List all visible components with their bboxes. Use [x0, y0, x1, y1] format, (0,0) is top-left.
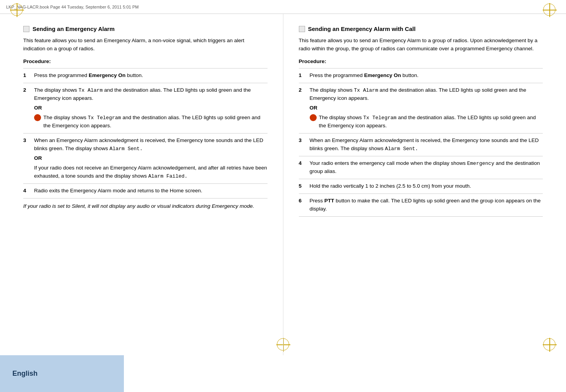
left-step-4: 4 Radio exits the Emergency Alarm mode a… — [23, 184, 268, 199]
right-step-4-code1: Emergency — [467, 161, 494, 166]
right-step-2-code2: Tx Telegram — [363, 115, 396, 121]
right-step-number-5: 5 — [299, 182, 306, 190]
right-step-2-substep: The display shows Tx Telegram and the de… — [310, 114, 543, 130]
right-step-4-content: Your radio enters the emergency call mod… — [310, 159, 543, 176]
right-step-3-code1: Alarm Sent. — [385, 146, 418, 152]
step-4-content: Radio exits the Emergency Alarm mode and… — [34, 187, 268, 195]
right-column: Sending an Emergency Alarm with Call Thi… — [283, 14, 566, 355]
document-icon-left — [23, 26, 29, 32]
right-step-number-4: 4 — [299, 159, 306, 168]
left-step-2: 2 The display shows Tx Alarm and the des… — [23, 83, 268, 134]
right-step-5: 5 Hold the radio vertically 1 to 2 inche… — [299, 179, 543, 194]
left-section-heading: Sending an Emergency Alarm — [23, 26, 268, 32]
right-step-6-bold: PTT — [324, 198, 334, 204]
step-2-code1: Tx Alarm — [79, 87, 103, 93]
left-intro-text: This feature allows you to send an Emerg… — [23, 37, 268, 53]
left-step-1: 1 Press the programmed Emergency On butt… — [23, 68, 268, 83]
step-1-content: Press the programmed Emergency On button… — [34, 72, 268, 80]
right-step-1: 1 Press the programmed Emergency On butt… — [299, 68, 543, 83]
right-step-1-bold: Emergency On — [364, 72, 401, 78]
main-content: Sending an Emergency Alarm This feature … — [0, 14, 566, 355]
right-procedure-label: Procedure: — [299, 58, 543, 64]
bottom-tab: English — [0, 355, 124, 392]
radio-icon-1 — [34, 114, 41, 121]
right-step-number-2: 2 — [299, 86, 306, 94]
step-number-3: 3 — [23, 137, 30, 145]
step-3-code2: Alarm Failed. — [148, 173, 187, 179]
right-step-6-content: Press PTT button to make the call. The L… — [310, 197, 543, 213]
header-text: LKP_NAG-LACR.book Page 44 Tuesday, Septe… — [6, 5, 139, 9]
step-number-2: 2 — [23, 86, 30, 94]
step-2-code2: Tx Telegram — [88, 115, 121, 121]
right-step-4: 4 Your radio enters the emergency call m… — [299, 156, 543, 179]
left-italic-note: If your radio is set to Silent, it will … — [23, 202, 268, 211]
right-step-2-content: The display shows Tx Alarm and the desti… — [310, 86, 543, 130]
step-3-content: When an Emergency Alarm acknowledgment i… — [34, 137, 268, 180]
right-step-number-6: 6 — [299, 197, 306, 205]
right-section-heading: Sending an Emergency Alarm with Call — [299, 26, 543, 32]
right-step-2-or: OR — [310, 104, 543, 112]
right-steps-list: 1 Press the programmed Emergency On butt… — [299, 68, 543, 217]
step-2-subtext: The display shows Tx Telegram and the de… — [43, 114, 268, 130]
step-number-1: 1 — [23, 72, 30, 80]
left-step-3: 3 When an Emergency Alarm acknowledgment… — [23, 134, 268, 184]
right-step-number-3: 3 — [299, 137, 306, 145]
step-3-or: OR — [34, 154, 268, 163]
right-step-1-content: Press the programmed Emergency On button… — [310, 72, 543, 80]
left-column: Sending an Emergency Alarm This feature … — [0, 14, 283, 355]
step-2-content: The display shows Tx Alarm and the desti… — [34, 86, 268, 130]
right-step-2: 2 The display shows Tx Alarm and the des… — [299, 83, 543, 134]
header-bar: LKP_NAG-LACR.book Page 44 Tuesday, Septe… — [0, 0, 566, 14]
document-icon-right — [299, 26, 305, 32]
right-step-2-subtext: The display shows Tx Telegram and the de… — [319, 114, 543, 130]
left-procedure-label: Procedure: — [23, 58, 268, 64]
step-1-bold: Emergency On — [89, 72, 125, 78]
radio-icon-2 — [310, 114, 317, 121]
right-step-6: 6 Press PTT button to make the call. The… — [299, 194, 543, 217]
step-2-substep: The display shows Tx Telegram and the de… — [34, 114, 268, 130]
left-steps-list: 1 Press the programmed Emergency On butt… — [23, 68, 268, 199]
step-3-code1: Alarm Sent. — [110, 146, 143, 152]
right-step-3-content: When an Emergency Alarm acknowledgment i… — [310, 137, 543, 153]
right-step-2-code1: Tx Alarm — [354, 87, 378, 93]
step-number-4: 4 — [23, 187, 30, 195]
step-2-or: OR — [34, 104, 268, 112]
right-intro-text: This feature allows you to send an Emerg… — [299, 37, 543, 53]
right-step-5-content: Hold the radio vertically 1 to 2 inches … — [310, 182, 543, 190]
right-step-number-1: 1 — [299, 72, 306, 80]
right-step-3: 3 When an Emergency Alarm acknowledgment… — [299, 134, 543, 156]
bottom-tab-label: English — [12, 370, 38, 378]
